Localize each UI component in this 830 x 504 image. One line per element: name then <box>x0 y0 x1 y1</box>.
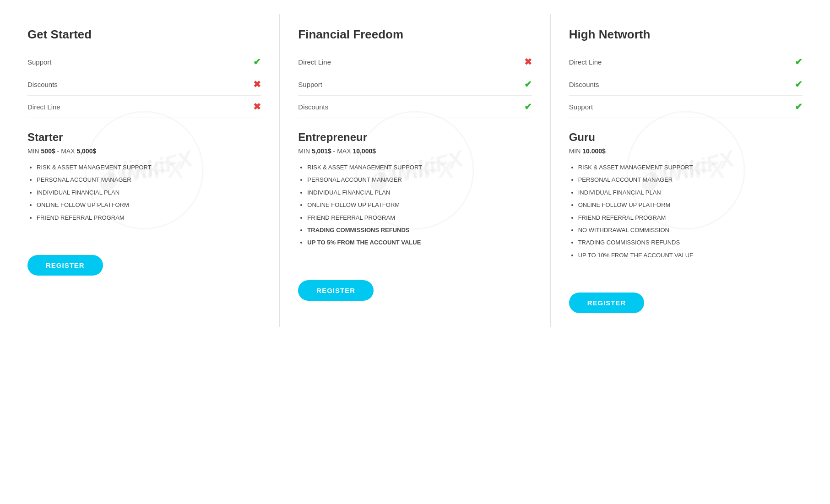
feature-label-1-0: Direct Line <box>298 58 331 66</box>
card-header-financial-freedom: Financial Freedom <box>298 27 532 42</box>
feature-icon-2-0: ✔ <box>795 56 803 67</box>
plan-section-financial-freedom: EntrepreneurMIN 5,001$ - MAX 10,000$RISK… <box>298 131 532 248</box>
feature-icon-1-1: ✔ <box>524 79 532 90</box>
register-section-high-networth: REGISTER <box>569 283 803 313</box>
feature-row-2-2: Support✔ <box>569 96 803 118</box>
list-item-get-started-2: INDIVIDUAL FINANCIAL PLAN <box>37 187 261 198</box>
feature-label-1-1: Support <box>298 81 322 88</box>
list-item-financial-freedom-2: INDIVIDUAL FINANCIAL PLAN <box>307 187 532 198</box>
pricing-cards: ◕ WikiFXGet StartedSupport✔Discounts✖Dir… <box>9 14 821 327</box>
card-header-high-networth: High Networth <box>569 27 803 42</box>
plan-section-high-networth: GuruMIN 10.000$RISK & ASSET MANAGEMENT S… <box>569 131 803 260</box>
plan-name-get-started: Starter <box>27 131 261 144</box>
feature-label-2-2: Support <box>569 103 593 111</box>
card-get-started: ◕ WikiFXGet StartedSupport✔Discounts✖Dir… <box>9 14 280 327</box>
feature-row-1-1: Support✔ <box>298 73 532 96</box>
list-item-get-started-0: RISK & ASSET MANAGEMENT SUPPORT <box>37 162 261 173</box>
plan-section-get-started: StarterMIN 500$ - MAX 5,000$RISK & ASSET… <box>27 131 261 223</box>
list-item-financial-freedom-6: UP TO 5% FROM THE ACCOUNT VALUE <box>307 237 532 248</box>
plan-name-financial-freedom: Entrepreneur <box>298 131 532 144</box>
feature-row-0-0: Support✔ <box>27 51 261 73</box>
list-item-high-networth-2: INDIVIDUAL FINANCIAL PLAN <box>578 187 803 198</box>
register-section-get-started: REGISTER <box>27 246 261 276</box>
register-button-get-started[interactable]: REGISTER <box>27 255 103 276</box>
feature-icon-2-2: ✔ <box>795 101 803 112</box>
feature-row-1-0: Direct Line✖ <box>298 51 532 73</box>
feature-row-2-0: Direct Line✔ <box>569 51 803 73</box>
feature-label-1-2: Discounts <box>298 103 328 111</box>
list-item-get-started-4: FRIEND REFERRAL PROGRAM <box>37 212 261 223</box>
features-list-financial-freedom: RISK & ASSET MANAGEMENT SUPPORTPERSONAL … <box>298 162 532 248</box>
list-item-high-networth-4: FRIEND REFERRAL PROGRAM <box>578 212 803 223</box>
plan-range-high-networth: MIN 10.000$ <box>569 147 803 155</box>
feature-row-0-1: Discounts✖ <box>27 73 261 96</box>
features-list-high-networth: RISK & ASSET MANAGEMENT SUPPORTPERSONAL … <box>569 162 803 260</box>
plan-range-financial-freedom: MIN 5,001$ - MAX 10,000$ <box>298 147 532 155</box>
feature-icon-0-1: ✖ <box>253 79 261 90</box>
register-section-financial-freedom: REGISTER <box>298 271 532 301</box>
feature-row-2-1: Discounts✔ <box>569 73 803 96</box>
register-button-high-networth[interactable]: REGISTER <box>569 293 645 313</box>
list-item-high-networth-6: TRADING COMMISSIONS REFUNDS <box>578 237 803 248</box>
plan-name-high-networth: Guru <box>569 131 803 144</box>
plan-range-get-started: MIN 500$ - MAX 5,000$ <box>27 147 261 155</box>
card-high-networth: ◕ WikiFXHigh NetworthDirect Line✔Discoun… <box>551 14 821 327</box>
list-item-high-networth-3: ONLINE FOLLOW UP PLATFORM <box>578 200 803 210</box>
feature-label-0-2: Direct Line <box>27 103 60 111</box>
feature-icon-1-0: ✖ <box>524 56 532 67</box>
card-financial-freedom: ◕ WikiFXFinancial FreedomDirect Line✖Sup… <box>280 14 550 327</box>
list-item-high-networth-1: PERSONAL ACCOUNT MANAGER <box>578 174 803 185</box>
list-item-get-started-3: ONLINE FOLLOW UP PLATFORM <box>37 200 261 210</box>
feature-label-2-0: Direct Line <box>569 58 602 66</box>
list-item-financial-freedom-3: ONLINE FOLLOW UP PLATFORM <box>307 200 532 210</box>
feature-label-2-1: Discounts <box>569 81 599 88</box>
list-item-financial-freedom-0: RISK & ASSET MANAGEMENT SUPPORT <box>307 162 532 173</box>
feature-icon-0-2: ✖ <box>253 101 261 112</box>
register-button-financial-freedom[interactable]: REGISTER <box>298 280 374 301</box>
list-item-high-networth-0: RISK & ASSET MANAGEMENT SUPPORT <box>578 162 803 173</box>
list-item-high-networth-7: UP TO 10% FROM THE ACCOUNT VALUE <box>578 250 803 260</box>
list-item-financial-freedom-4: FRIEND REFERRAL PROGRAM <box>307 212 532 223</box>
list-item-get-started-1: PERSONAL ACCOUNT MANAGER <box>37 174 261 185</box>
feature-label-0-0: Support <box>27 58 52 66</box>
features-list-get-started: RISK & ASSET MANAGEMENT SUPPORTPERSONAL … <box>27 162 261 223</box>
list-item-financial-freedom-5: TRADING COMMISSIONS REFUNDS <box>307 225 532 235</box>
feature-icon-2-1: ✔ <box>795 79 803 90</box>
feature-icon-1-2: ✔ <box>524 101 532 112</box>
list-item-high-networth-5: NO WITHDRAWAL COMMISSION <box>578 225 803 235</box>
feature-row-0-2: Direct Line✖ <box>27 96 261 118</box>
card-header-get-started: Get Started <box>27 27 261 42</box>
feature-row-1-2: Discounts✔ <box>298 96 532 118</box>
list-item-financial-freedom-1: PERSONAL ACCOUNT MANAGER <box>307 174 532 185</box>
feature-label-0-1: Discounts <box>27 81 58 88</box>
feature-icon-0-0: ✔ <box>253 56 261 67</box>
